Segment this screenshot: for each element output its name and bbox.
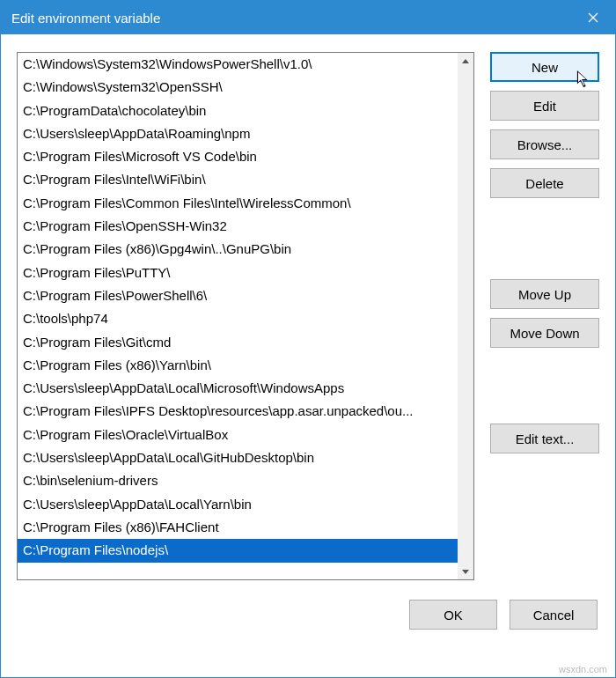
chevron-up-icon (462, 59, 469, 63)
list-item[interactable]: C:\Users\sleep\AppData\Local\Yarn\bin (18, 493, 458, 516)
bottom-button-panel: OK Cancel (17, 600, 599, 630)
list-item[interactable]: C:\Program Files\Intel\WiFi\bin\ (18, 168, 458, 191)
ok-button[interactable]: OK (409, 600, 497, 630)
list-item[interactable]: C:\ProgramData\chocolatey\bin (18, 99, 458, 122)
scroll-down-button[interactable] (458, 564, 473, 579)
delete-button[interactable]: Delete (490, 168, 599, 198)
list-item[interactable]: C:\Program Files\Microsoft VS Code\bin (18, 145, 458, 168)
list-item[interactable]: C:\Program Files\Git\cmd (18, 331, 458, 354)
top-area: C:\Windows\System32\WindowsPowerShell\v1… (17, 52, 599, 580)
list-item[interactable]: C:\Program Files (x86)\Gpg4win\..\GnuPG\… (18, 238, 458, 261)
list-item[interactable]: C:\Users\sleep\AppData\Local\Microsoft\W… (18, 377, 458, 400)
spacer (490, 207, 599, 270)
list-item[interactable]: C:\Program Files (x86)\FAHClient (18, 516, 458, 539)
scrollbar[interactable] (458, 53, 473, 579)
new-button[interactable]: New (490, 52, 599, 82)
move-up-button[interactable]: Move Up (490, 279, 599, 309)
scroll-up-button[interactable] (458, 53, 473, 69)
chevron-down-icon (462, 570, 469, 574)
side-button-panel: New Edit Browse... Delete Move Up Move D… (490, 52, 599, 453)
list-item[interactable]: C:\Program Files\OpenSSH-Win32 (18, 215, 458, 238)
list-item[interactable]: C:\Program Files\nodejs\ (18, 539, 458, 562)
list-item[interactable]: C:\tools\php74 (18, 307, 458, 330)
browse-button[interactable]: Browse... (490, 129, 599, 159)
list-item[interactable]: C:\Program Files (x86)\Yarn\bin\ (18, 354, 458, 377)
list-item[interactable]: C:\Program Files\Common Files\Intel\Wire… (18, 192, 458, 215)
list-item[interactable]: C:\bin\selenium-drivers (18, 469, 458, 492)
cancel-button[interactable]: Cancel (510, 600, 598, 630)
dialog-window: Edit environment variable C:\Windows\Sys… (0, 0, 616, 678)
spacer (490, 357, 599, 415)
list-item[interactable]: C:\Program Files\Oracle\VirtualBox (18, 424, 458, 446)
watermark: wsxdn.com (559, 664, 607, 674)
close-button[interactable] (571, 1, 615, 34)
path-listbox[interactable]: C:\Windows\System32\WindowsPowerShell\v1… (17, 52, 474, 580)
client-area: C:\Windows\System32\WindowsPowerShell\v1… (1, 34, 615, 677)
list-scroll: C:\Windows\System32\WindowsPowerShell\v1… (18, 53, 458, 579)
list-item[interactable]: C:\Users\sleep\AppData\Local\GitHubDeskt… (18, 446, 458, 469)
list-item[interactable]: C:\Windows\System32\WindowsPowerShell\v1… (18, 53, 458, 76)
list-item[interactable]: C:\Program Files\PowerShell\6\ (18, 284, 458, 307)
list-item[interactable]: C:\Program Files\IPFS Desktop\resources\… (18, 400, 458, 423)
list-item[interactable]: C:\Users\sleep\AppData\Roaming\npm (18, 122, 458, 145)
window-title: Edit environment variable (11, 11, 160, 26)
svg-marker-2 (462, 59, 469, 63)
list-item[interactable]: C:\Program Files\PuTTY\ (18, 262, 458, 284)
edit-button[interactable]: Edit (490, 91, 599, 121)
edit-text-button[interactable]: Edit text... (490, 424, 599, 453)
list-item[interactable]: C:\Windows\System32\OpenSSH\ (18, 76, 458, 99)
svg-marker-3 (462, 570, 469, 574)
close-icon (588, 12, 598, 23)
titlebar[interactable]: Edit environment variable (1, 1, 615, 34)
move-down-button[interactable]: Move Down (490, 318, 599, 348)
